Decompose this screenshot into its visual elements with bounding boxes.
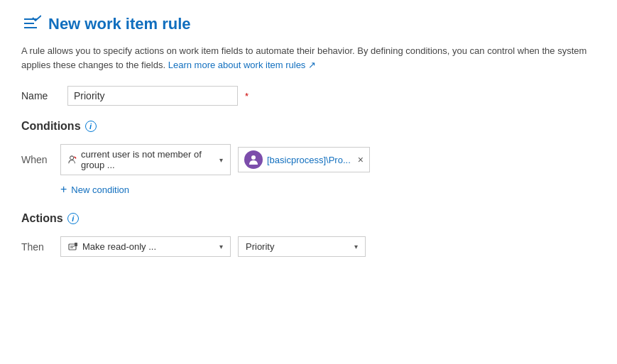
condition-dropdown[interactable]: current user is not member of group ... … [60, 144, 231, 175]
then-label: Then [21, 241, 53, 253]
action-row: Then Make read-only ... ▾ Priority ▾ [21, 236, 596, 257]
learn-more-link[interactable]: Learn more about work item rules ↗ [168, 60, 316, 70]
conditions-header: Conditions i [21, 120, 596, 133]
actions-title: Actions [21, 212, 63, 225]
group-label: [basicprocess]\Pro... [267, 155, 351, 165]
conditions-info-icon[interactable]: i [85, 121, 97, 132]
condition-dropdown-chevron: ▾ [219, 156, 223, 164]
action-dropdown-text: Make read-only ... [68, 241, 156, 252]
condition-row: When current user is not member of group… [21, 144, 596, 175]
actions-header: Actions i [21, 212, 596, 225]
add-icon: + [60, 184, 67, 195]
name-field-row: Name * [21, 86, 596, 106]
rule-icon [21, 14, 41, 34]
field-dropdown-text: Priority [246, 241, 274, 252]
action-dropdown-chevron: ▾ [219, 243, 223, 250]
name-input[interactable] [67, 86, 238, 106]
group-avatar [244, 150, 263, 169]
make-readonly-icon [68, 242, 78, 252]
required-indicator: * [245, 91, 249, 101]
add-condition-label: New condition [71, 184, 129, 195]
svg-line-4 [75, 157, 77, 159]
actions-section: Actions i Then Make read-only ... ▾ Prio… [21, 212, 596, 257]
conditions-section: Conditions i When current user is not me… [21, 120, 596, 195]
field-dropdown[interactable]: Priority ▾ [238, 236, 366, 257]
name-label: Name [21, 90, 60, 101]
description-text: A rule allows you to specify actions on … [21, 44, 596, 72]
when-label: When [21, 154, 53, 165]
svg-point-5 [251, 155, 256, 160]
group-tag: [basicprocess]\Pro... × [238, 147, 370, 172]
action-dropdown[interactable]: Make read-only ... ▾ [60, 236, 231, 257]
conditions-title: Conditions [21, 120, 81, 133]
field-dropdown-chevron: ▾ [354, 243, 358, 250]
add-condition-button[interactable]: + New condition [60, 184, 596, 195]
user-not-member-icon [68, 155, 77, 165]
group-tag-close[interactable]: × [358, 154, 364, 165]
svg-point-3 [70, 156, 74, 160]
actions-info-icon[interactable]: i [67, 213, 79, 224]
svg-rect-9 [75, 243, 77, 246]
condition-dropdown-text: current user is not member of group ... [68, 149, 215, 170]
page-header: New work item rule [21, 14, 596, 34]
page-title: New work item rule [48, 15, 191, 33]
